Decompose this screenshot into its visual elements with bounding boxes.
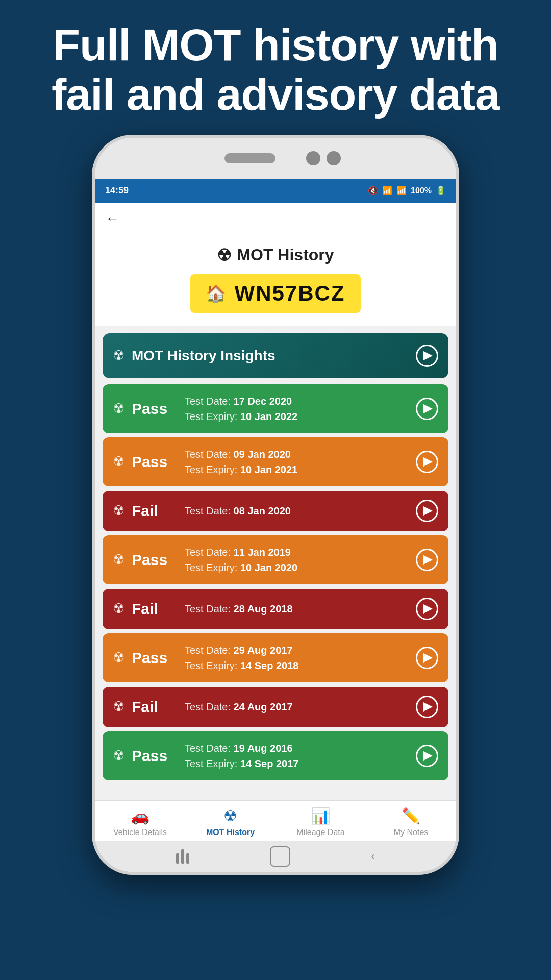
mot-row[interactable]: ☢ Pass Test Date: 29 Aug 2017Test Expiry… bbox=[103, 633, 448, 682]
status-bar: 14:59 🔇 📶 📶 100% 🔋 bbox=[95, 179, 456, 203]
phone-top bbox=[95, 138, 456, 179]
back-gesture[interactable]: ‹ bbox=[371, 850, 375, 863]
nav-label-2: Mileage Data bbox=[296, 828, 344, 837]
row-mot-icon: ☢ bbox=[113, 552, 124, 568]
row-play-btn[interactable] bbox=[416, 549, 438, 571]
nav-icon-1: ☢ bbox=[223, 807, 237, 825]
mot-row[interactable]: ☢ Fail Test Date: 24 Aug 2017 bbox=[103, 687, 448, 727]
row-play-triangle bbox=[423, 506, 433, 516]
row-left: ☢ Pass Test Date: 11 Jan 2019Test Expiry… bbox=[113, 545, 297, 575]
row-dates: Test Date: 08 Jan 2020 bbox=[185, 503, 291, 519]
row-result: Fail bbox=[132, 698, 178, 716]
row-dates: Test Date: 24 Aug 2017 bbox=[185, 699, 293, 715]
mot-title-icon: ☢ bbox=[217, 246, 232, 265]
mot-page-title: ☢ MOT History bbox=[105, 246, 446, 265]
row-play-btn[interactable] bbox=[416, 696, 438, 718]
app-header: ← bbox=[95, 203, 456, 235]
bottom-nav: 🚗 Vehicle Details ☢ MOT History 📊 Mileag… bbox=[95, 800, 456, 841]
nav-icon-2: 📊 bbox=[311, 807, 330, 825]
nav-label-3: My Notes bbox=[394, 828, 429, 837]
insights-card[interactable]: ☢ MOT History Insights bbox=[103, 333, 448, 378]
row-play-triangle bbox=[423, 751, 433, 761]
battery-icon: 🔋 bbox=[436, 186, 446, 195]
row-result: Pass bbox=[132, 649, 178, 667]
nav-label-0: Vehicle Details bbox=[113, 828, 167, 837]
phone-speaker bbox=[224, 153, 276, 163]
row-play-triangle bbox=[423, 702, 433, 712]
row-result: Pass bbox=[132, 453, 178, 471]
mot-row[interactable]: ☢ Pass Test Date: 19 Aug 2016Test Expiry… bbox=[103, 731, 448, 780]
content-area[interactable]: ☢ MOT History Insights ☢ Pass Test Date:… bbox=[95, 326, 456, 800]
mute-icon: 🔇 bbox=[368, 186, 378, 195]
phone-bottom: ‹ bbox=[95, 841, 456, 872]
insights-play-triangle bbox=[423, 351, 433, 360]
plate-number: WN57BCZ bbox=[234, 281, 345, 306]
nav-item-vehicle-details[interactable]: 🚗 Vehicle Details bbox=[95, 807, 185, 837]
status-right: 🔇 📶 📶 100% 🔋 bbox=[368, 186, 446, 195]
row-play-btn[interactable] bbox=[416, 451, 438, 473]
row-mot-icon: ☢ bbox=[113, 401, 124, 416]
nav-icon-3: ✏️ bbox=[402, 807, 420, 825]
row-play-triangle bbox=[423, 604, 433, 614]
mot-records-list: ☢ Pass Test Date: 17 Dec 2020Test Expiry… bbox=[103, 384, 448, 780]
home-button[interactable] bbox=[270, 846, 290, 867]
mot-row[interactable]: ☢ Pass Test Date: 11 Jan 2019Test Expiry… bbox=[103, 535, 448, 584]
wifi-icon: 📶 bbox=[382, 186, 392, 195]
row-play-btn[interactable] bbox=[416, 598, 438, 620]
mot-title-text: MOT History bbox=[237, 246, 334, 264]
battery-label: 100% bbox=[411, 186, 432, 195]
row-left: ☢ Pass Test Date: 19 Aug 2016Test Expiry… bbox=[113, 741, 298, 771]
insights-play-btn[interactable] bbox=[416, 345, 438, 367]
row-play-btn[interactable] bbox=[416, 745, 438, 767]
row-play-triangle bbox=[423, 653, 433, 663]
insights-left: ☢ MOT History Insights bbox=[113, 348, 276, 364]
signal-icon: 📶 bbox=[396, 186, 407, 195]
row-dates: Test Date: 19 Aug 2016Test Expiry: 14 Se… bbox=[185, 741, 298, 771]
row-dates: Test Date: 11 Jan 2019Test Expiry: 10 Ja… bbox=[185, 545, 297, 575]
row-play-btn[interactable] bbox=[416, 647, 438, 669]
recent-apps-btn[interactable] bbox=[176, 849, 189, 864]
row-play-triangle bbox=[423, 457, 433, 467]
page-header: Full MOT history with fail and advisory … bbox=[0, 0, 551, 135]
mot-row[interactable]: ☢ Fail Test Date: 08 Jan 2020 bbox=[103, 491, 448, 531]
row-play-btn[interactable] bbox=[416, 398, 438, 420]
page-background: Full MOT history with fail and advisory … bbox=[0, 0, 551, 980]
row-mot-icon: ☢ bbox=[113, 503, 124, 519]
phone-camera-2 bbox=[327, 151, 341, 165]
nav-label-1: MOT History bbox=[206, 828, 255, 837]
row-mot-icon: ☢ bbox=[113, 748, 124, 764]
row-left: ☢ Pass Test Date: 17 Dec 2020Test Expiry… bbox=[113, 394, 297, 424]
row-left: ☢ Pass Test Date: 09 Jan 2020Test Expiry… bbox=[113, 447, 297, 477]
row-left: ☢ Pass Test Date: 29 Aug 2017Test Expiry… bbox=[113, 643, 298, 673]
insights-icon: ☢ bbox=[113, 348, 124, 363]
phone-wrapper: 14:59 🔇 📶 📶 100% 🔋 ← ☢ bbox=[0, 135, 551, 875]
row-dates: Test Date: 17 Dec 2020Test Expiry: 10 Ja… bbox=[185, 394, 297, 424]
mot-row[interactable]: ☢ Pass Test Date: 09 Jan 2020Test Expiry… bbox=[103, 437, 448, 486]
plate-garage-icon: 🏠 bbox=[206, 284, 227, 303]
license-plate: 🏠 WN57BCZ bbox=[190, 274, 360, 313]
screen: 14:59 🔇 📶 📶 100% 🔋 ← ☢ bbox=[95, 179, 456, 841]
row-dates: Test Date: 09 Jan 2020Test Expiry: 10 Ja… bbox=[185, 447, 297, 477]
nav-icon-0: 🚗 bbox=[131, 807, 149, 825]
row-dates: Test Date: 28 Aug 2018 bbox=[185, 601, 293, 617]
row-play-triangle bbox=[423, 404, 433, 413]
row-result: Pass bbox=[132, 747, 178, 765]
back-button[interactable]: ← bbox=[105, 211, 119, 227]
nav-item-mileage-data[interactable]: 📊 Mileage Data bbox=[276, 807, 366, 837]
row-result: Fail bbox=[132, 600, 178, 618]
nav-item-mot-history[interactable]: ☢ MOT History bbox=[185, 807, 276, 837]
row-mot-icon: ☢ bbox=[113, 454, 124, 470]
title-section: ☢ MOT History 🏠 WN57BCZ bbox=[95, 235, 456, 326]
row-mot-icon: ☢ bbox=[113, 699, 124, 715]
row-left: ☢ Fail Test Date: 28 Aug 2018 bbox=[113, 600, 293, 618]
row-result: Pass bbox=[132, 551, 178, 569]
nav-item-my-notes[interactable]: ✏️ My Notes bbox=[366, 807, 456, 837]
mot-row[interactable]: ☢ Fail Test Date: 28 Aug 2018 bbox=[103, 589, 448, 629]
row-play-triangle bbox=[423, 555, 433, 565]
row-result: Fail bbox=[132, 502, 178, 520]
row-play-btn[interactable] bbox=[416, 500, 438, 522]
row-result: Pass bbox=[132, 400, 178, 418]
mot-row[interactable]: ☢ Pass Test Date: 17 Dec 2020Test Expiry… bbox=[103, 384, 448, 433]
insights-label: MOT History Insights bbox=[132, 348, 276, 364]
phone-device: 14:59 🔇 📶 📶 100% 🔋 ← ☢ bbox=[92, 135, 459, 875]
